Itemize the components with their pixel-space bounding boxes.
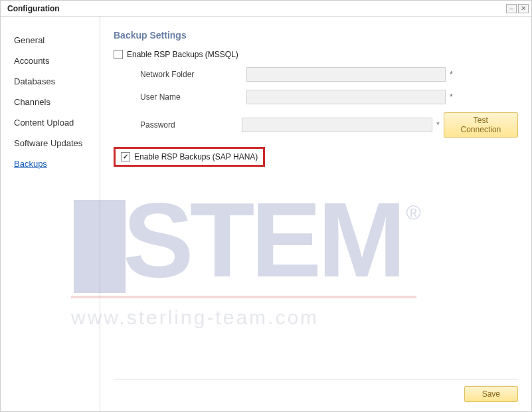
password-label: Password xyxy=(140,120,242,130)
enable-hana-row: Enable RSP Backups (SAP HANA) xyxy=(114,147,518,167)
sidebar-item-channels[interactable]: Channels xyxy=(14,92,100,112)
config-window: Configuration – ✕ STEM ® www.sterling-te… xyxy=(0,0,532,412)
sidebar-item-backups[interactable]: Backups xyxy=(14,154,100,174)
enable-mssql-label: Enable RSP Backups (MSSQL) xyxy=(127,50,238,59)
save-button[interactable]: Save xyxy=(464,386,518,402)
required-asterisk: * xyxy=(436,120,440,130)
footer-row: Save xyxy=(114,379,518,402)
sidebar-item-general[interactable]: General xyxy=(14,30,100,51)
required-asterisk: * xyxy=(450,92,453,102)
section-title: Backup Settings xyxy=(114,30,518,41)
password-input[interactable] xyxy=(242,118,432,132)
sidebar: General Accounts Databases Channels Cont… xyxy=(1,17,100,411)
test-connection-button[interactable]: Test Connection xyxy=(444,112,518,138)
network-folder-row: Network Folder * xyxy=(140,67,518,82)
sidebar-item-accounts[interactable]: Accounts xyxy=(14,51,100,71)
sidebar-item-content-upload[interactable]: Content Upload xyxy=(14,112,100,133)
enable-mssql-row: Enable RSP Backups (MSSQL) xyxy=(114,50,518,59)
required-asterisk: * xyxy=(450,70,453,79)
body: STEM ® www.sterling-team.com General Acc… xyxy=(1,17,531,411)
sidebar-item-software-updates[interactable]: Software Updates xyxy=(14,133,100,154)
enable-mssql-checkbox[interactable] xyxy=(114,50,123,59)
window-buttons: – ✕ xyxy=(506,4,529,13)
network-folder-input[interactable] xyxy=(246,67,446,82)
user-name-label: User Name xyxy=(140,92,246,102)
user-name-input[interactable] xyxy=(246,90,446,104)
sidebar-item-databases[interactable]: Databases xyxy=(14,71,100,92)
window-title: Configuration xyxy=(7,4,60,13)
enable-hana-label: Enable RSP Backups (SAP HANA) xyxy=(134,152,258,161)
titlebar: Configuration – ✕ xyxy=(1,1,531,17)
user-name-row: User Name * xyxy=(140,90,518,104)
network-folder-label: Network Folder xyxy=(140,70,246,79)
content-panel: Backup Settings Enable RSP Backups (MSSQ… xyxy=(100,17,531,411)
enable-hana-checkbox[interactable] xyxy=(121,152,130,161)
password-row: Password * Test Connection xyxy=(140,112,518,138)
highlight-box: Enable RSP Backups (SAP HANA) xyxy=(114,147,265,167)
minimize-button[interactable]: – xyxy=(506,4,517,13)
close-button[interactable]: ✕ xyxy=(518,4,529,13)
